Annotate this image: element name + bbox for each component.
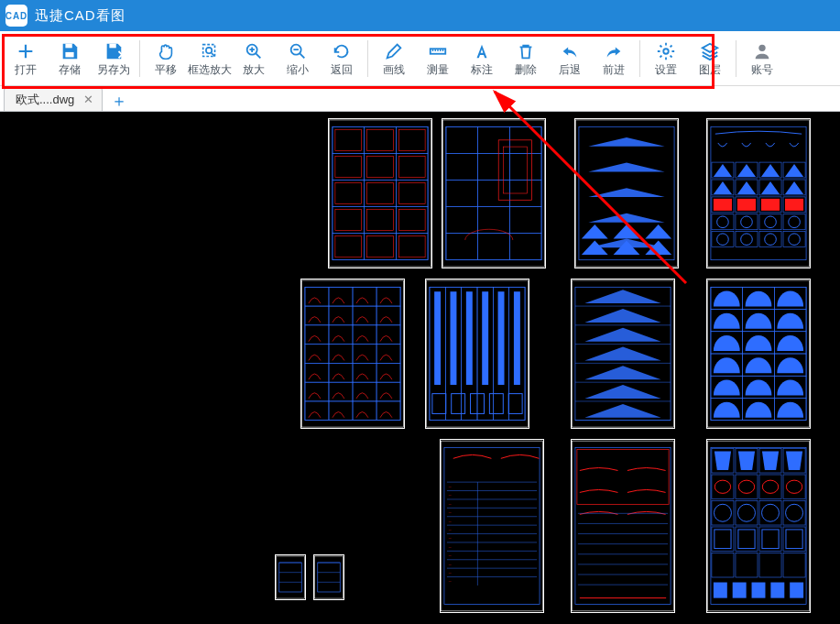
svg-rect-21 [365,153,397,180]
svg-rect-81 [785,199,803,211]
zoom-in-button[interactable]: 放大 [232,34,276,83]
pan-button[interactable]: 平移 [144,34,188,83]
save-button[interactable]: 存储 [48,34,92,83]
toolbar-label: 前进 [603,63,625,76]
svg-text:—: — [449,493,452,497]
svg-text:—: — [449,553,452,557]
svg-rect-48 [446,153,478,180]
svg-rect-254 [783,527,805,552]
svg-text:—: — [449,545,452,549]
svg-point-237 [762,480,778,493]
svg-rect-30 [398,182,425,203]
svg-rect-141 [514,291,520,385]
pencil-icon [384,41,404,61]
cad-sheet[interactable] [313,554,344,600]
svg-rect-260 [714,583,727,598]
svg-rect-54 [446,207,478,234]
undo-icon [560,41,580,61]
svg-point-241 [714,504,731,521]
svg-text:—: — [449,571,452,575]
annotate-button[interactable]: 标注 [460,34,504,83]
svg-rect-75 [714,199,732,211]
account-button[interactable]: 账号 [740,34,784,83]
svg-rect-79 [761,199,780,211]
svg-rect-227 [711,448,806,605]
undo-button[interactable]: 后退 [548,34,592,83]
cad-sheet[interactable] [300,279,405,429]
delete-button[interactable]: 删除 [504,34,548,83]
svg-rect-271 [318,563,340,592]
cad-sheet[interactable] [328,118,432,268]
svg-rect-146 [508,394,522,414]
document-tab[interactable]: 欧式....dwg ✕ [4,87,103,111]
svg-point-239 [786,480,802,493]
layers-icon [700,41,720,61]
cad-sheet[interactable] [574,118,679,268]
save-as-button[interactable]: 另存为 [92,34,136,83]
svg-text:—: — [449,510,452,514]
svg-rect-56 [509,207,541,234]
trash-icon [516,41,536,61]
zoom-window-button[interactable]: 框选放大 [188,34,232,83]
layers-button[interactable]: 图层 [688,34,732,83]
back-button[interactable]: 返回 [320,34,364,83]
svg-rect-14 [335,129,362,150]
cad-sheet[interactable] [275,554,306,600]
user-icon [752,41,772,61]
cad-sheet[interactable] [425,279,529,429]
svg-rect-139 [498,291,505,385]
svg-rect-251 [738,530,755,549]
zoom-in-icon [244,41,264,61]
measure-button[interactable]: 测量 [416,34,460,83]
settings-button[interactable]: 设置 [644,34,688,83]
redo-button[interactable]: 前进 [592,34,636,83]
svg-rect-28 [367,182,394,203]
svg-rect-255 [786,530,802,549]
svg-point-8 [663,49,669,54]
toolbar-divider [736,40,736,77]
cad-sheet[interactable] [706,118,811,268]
return-icon [332,41,352,61]
cad-sheet[interactable] [706,279,811,429]
svg-point-83 [717,216,729,228]
open-button[interactable]: 打开 [4,34,48,83]
svg-text:—: — [449,485,452,488]
cad-sheet[interactable] [571,439,675,613]
line-button[interactable]: 画线 [372,34,416,83]
zoom-window-icon [200,41,220,61]
toolbar-divider [139,40,140,77]
svg-rect-49 [478,153,510,180]
cad-sheet[interactable]: ———————————— [440,439,544,613]
ruler-icon [428,41,448,61]
svg-point-89 [789,216,801,228]
add-tab-button[interactable]: ＋ [108,91,130,111]
svg-rect-42 [398,236,425,257]
svg-rect-215 [575,448,671,605]
svg-rect-19 [333,153,365,180]
cad-sheet[interactable] [706,439,811,613]
svg-rect-22 [367,156,394,177]
svg-rect-266 [279,563,301,592]
close-tab-icon[interactable]: ✕ [82,93,94,106]
cad-sheet[interactable] [442,118,546,268]
svg-rect-15 [365,126,397,153]
toolbar-label: 删除 [515,63,537,76]
svg-rect-143 [452,394,465,414]
svg-rect-45 [446,126,478,153]
toolbar-label: 另存为 [97,63,130,76]
toolbar-label: 平移 [155,63,177,76]
svg-rect-263 [770,583,784,598]
cad-canvas[interactable]: ———————————— [0,112,840,624]
svg-rect-248 [712,527,734,552]
tab-bar: 欧式....dwg ✕ ＋ [0,86,840,112]
svg-point-91 [717,234,729,246]
svg-rect-27 [365,180,397,206]
cad-sheet[interactable] [571,279,675,429]
zoom-out-button[interactable]: 缩小 [276,34,320,83]
toolbar-label: 画线 [383,63,405,76]
svg-point-245 [762,504,780,521]
svg-rect-77 [737,199,756,211]
toolbar-label: 打开 [15,63,37,76]
toolbar-label: 测量 [427,63,449,76]
svg-rect-39 [365,234,397,260]
